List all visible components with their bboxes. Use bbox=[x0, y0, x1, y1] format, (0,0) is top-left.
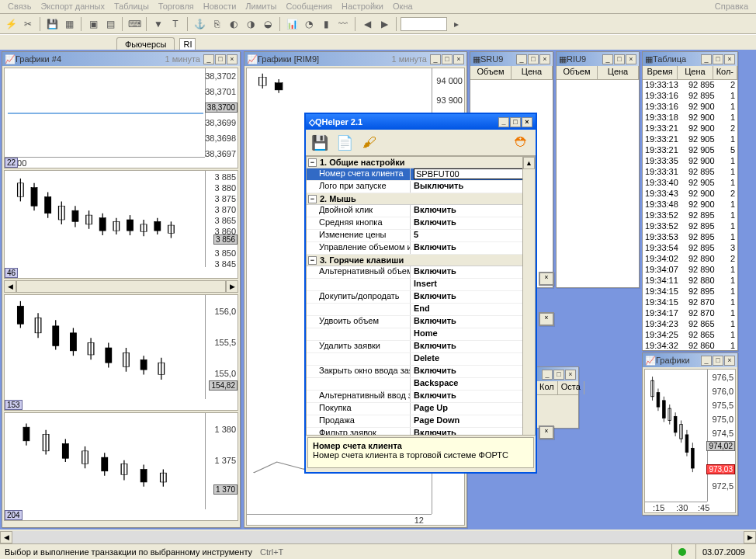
col-price[interactable]: Цена bbox=[598, 66, 639, 79]
property-row[interactable]: Докупить/допродатьВключить bbox=[307, 291, 535, 304]
maximize-button[interactable]: □ bbox=[510, 117, 521, 127]
maximize-button[interactable]: □ bbox=[614, 54, 625, 64]
table-row[interactable]: 19:34:0792 8901 bbox=[643, 265, 737, 276]
property-section[interactable]: −3. Горячие клавиши bbox=[307, 255, 535, 266]
property-row[interactable]: Альтернативный ввод заВключить bbox=[307, 391, 535, 403]
table-row[interactable]: 19:33:4392 9002 bbox=[643, 189, 737, 200]
qhelper-titlebar[interactable]: ◇ QHelper 2.1 _ □ × bbox=[306, 114, 536, 130]
property-row[interactable]: Двойной кликВключить bbox=[307, 205, 535, 217]
property-value[interactable]: Включить bbox=[411, 391, 535, 402]
close-button[interactable]: × bbox=[626, 54, 636, 64]
table-row[interactable]: 19:33:3192 8951 bbox=[643, 167, 737, 178]
property-value[interactable]: Включить bbox=[411, 217, 535, 229]
property-value[interactable]: Включить bbox=[411, 266, 535, 278]
table-row[interactable]: 19:33:4892 9001 bbox=[643, 200, 737, 210]
minimize-button[interactable]: _ bbox=[542, 370, 553, 380]
property-row[interactable]: Изменение цены5 bbox=[307, 230, 535, 242]
disconnect-icon[interactable]: ✂ bbox=[20, 16, 36, 32]
property-row[interactable]: Лого при запускеВыключить bbox=[307, 181, 535, 193]
table-row[interactable]: 19:34:3292 8601 bbox=[643, 341, 737, 350]
property-section[interactable]: −1. Общие настройки bbox=[307, 157, 535, 168]
table-row[interactable]: 19:33:1692 8951 bbox=[643, 91, 737, 102]
property-value[interactable]: Включить bbox=[411, 366, 535, 377]
property-row[interactable]: Удвоить объемВключить bbox=[307, 316, 535, 328]
close-button[interactable]: × bbox=[539, 426, 553, 439]
property-value[interactable]: Page Down bbox=[411, 415, 535, 427]
keyboard-icon[interactable]: ⌨ bbox=[127, 16, 142, 32]
property-row[interactable]: Средняя кнопкаВключить bbox=[307, 217, 535, 230]
table-row[interactable]: 19:33:1892 9001 bbox=[643, 113, 737, 123]
scroll-right-icon[interactable]: ▶ bbox=[226, 280, 238, 293]
copy-icon[interactable]: ⎘ bbox=[209, 16, 224, 32]
chart4-pane4[interactable]: 1 380 1 375 1 370 bbox=[4, 412, 238, 521]
col-price[interactable]: Цена bbox=[678, 66, 713, 79]
close-button[interactable]: × bbox=[539, 313, 553, 325]
table-body[interactable] bbox=[557, 80, 639, 287]
orders-icon[interactable]: ▤ bbox=[102, 16, 118, 32]
col-price[interactable]: Цена bbox=[512, 66, 553, 79]
property-section[interactable]: −2. Мышь bbox=[307, 193, 535, 205]
table-row[interactable]: 19:34:0292 8902 bbox=[643, 254, 737, 265]
main-h-scrollbar[interactable]: ◀ ▶ bbox=[0, 531, 756, 543]
table-row[interactable]: 19:33:4092 9051 bbox=[643, 178, 737, 189]
col-volume[interactable]: Объем bbox=[557, 66, 598, 79]
minimize-button[interactable]: _ bbox=[516, 54, 527, 64]
chart4-pane3[interactable]: 156,0 155,5 155,0 154,82 bbox=[4, 294, 238, 411]
scroll-left-icon[interactable]: ◀ bbox=[4, 280, 16, 293]
property-value[interactable]: Page Up bbox=[411, 403, 535, 415]
table-row[interactable]: 19:33:5492 8953 bbox=[643, 243, 737, 254]
property-row[interactable]: Insert bbox=[307, 279, 535, 291]
property-value[interactable]: Включить bbox=[411, 291, 535, 303]
minimize-button[interactable]: _ bbox=[203, 54, 214, 64]
menu-svyaz[interactable]: Связь bbox=[3, 0, 36, 13]
collapse-icon[interactable]: − bbox=[308, 158, 317, 167]
collapse-icon[interactable]: − bbox=[308, 256, 317, 265]
property-row[interactable]: Backspace bbox=[307, 378, 535, 391]
property-value[interactable]: Delete bbox=[411, 353, 535, 365]
next-icon[interactable]: ▶ bbox=[376, 16, 392, 32]
col-volume[interactable]: Объем bbox=[470, 66, 512, 79]
menu-news[interactable]: Новости bbox=[199, 0, 241, 13]
h-scrollbar[interactable]: ◀ ▶ bbox=[4, 280, 238, 293]
table-row[interactable]: 19:34:1192 8801 bbox=[643, 276, 737, 286]
col-qty[interactable]: Кол- bbox=[713, 66, 737, 79]
property-value[interactable]: End bbox=[411, 304, 535, 315]
table-row[interactable]: 19:34:1592 8951 bbox=[643, 286, 737, 297]
line-icon[interactable]: 〰 bbox=[335, 16, 351, 32]
property-row[interactable]: End bbox=[307, 304, 535, 316]
menu-tables[interactable]: Таблицы bbox=[109, 0, 154, 13]
property-row[interactable]: Фильтр заявокВключить bbox=[307, 428, 535, 436]
property-row[interactable]: Удалить заявкиВключить bbox=[307, 341, 535, 353]
table-row[interactable]: 19:33:2192 9002 bbox=[643, 123, 737, 134]
property-value[interactable]: Backspace bbox=[411, 378, 535, 390]
property-value[interactable]: Home bbox=[411, 328, 535, 340]
collapse-icon[interactable]: − bbox=[308, 195, 317, 203]
tool3-icon[interactable]: ◒ bbox=[260, 16, 276, 32]
document-icon[interactable]: 📄 bbox=[335, 134, 354, 152]
property-value[interactable] bbox=[411, 168, 535, 180]
table-row[interactable]: 19:33:1392 8952 bbox=[643, 80, 737, 91]
sru9-title[interactable]: ▦ SRU9 _ □ × bbox=[470, 52, 553, 66]
property-value[interactable]: 5 bbox=[411, 230, 535, 241]
minimize-button[interactable]: _ bbox=[430, 54, 441, 64]
table-row[interactable]: 19:33:2192 9055 bbox=[643, 145, 737, 156]
chart4-pane1[interactable]: 38,3702 38,3701 38,3700 38,3699 38,3698 … bbox=[4, 68, 238, 168]
tab-code[interactable]: RI bbox=[179, 38, 196, 50]
candle-icon[interactable]: ▮ bbox=[318, 16, 334, 32]
help-icon[interactable]: ⛑ bbox=[512, 134, 531, 152]
maximize-button[interactable]: □ bbox=[713, 54, 723, 64]
property-row[interactable]: Закрыть окно ввода заяВключить bbox=[307, 366, 535, 378]
table-row[interactable]: 19:33:5392 8951 bbox=[643, 232, 737, 243]
stakan-title[interactable]: _ □ × bbox=[536, 367, 578, 381]
close-button[interactable]: × bbox=[522, 117, 532, 127]
table-row[interactable]: 19:34:2592 8651 bbox=[643, 330, 737, 341]
prev-icon[interactable]: ◀ bbox=[359, 16, 375, 32]
table-row[interactable]: 19:33:5292 8951 bbox=[643, 221, 737, 232]
property-row[interactable]: Альтернативный объемВключить bbox=[307, 266, 535, 279]
maximize-button[interactable]: □ bbox=[553, 370, 564, 380]
table-row[interactable]: 19:34:2392 8651 bbox=[643, 319, 737, 330]
maximize-button[interactable]: □ bbox=[713, 356, 723, 366]
toolbar-input[interactable] bbox=[401, 17, 447, 31]
close-button[interactable]: × bbox=[227, 54, 238, 64]
scroll-left-icon[interactable]: ◀ bbox=[0, 531, 12, 543]
